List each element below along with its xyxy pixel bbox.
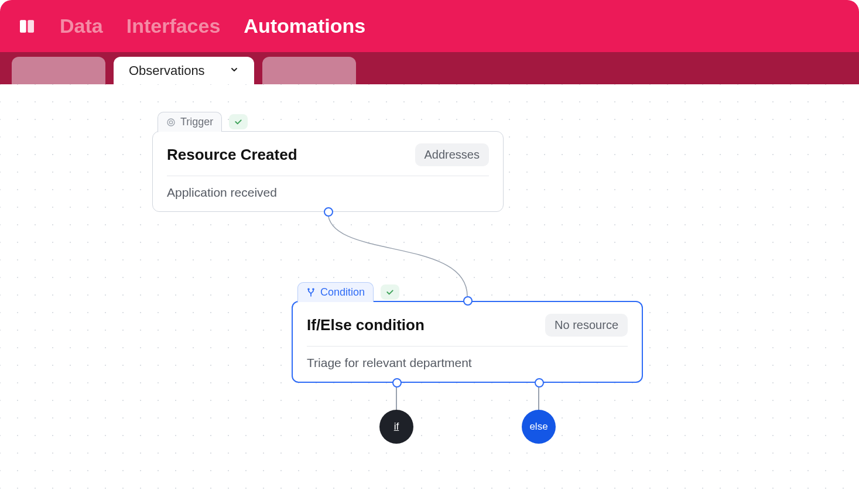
trigger-icon <box>166 118 176 127</box>
svg-point-2 <box>167 119 174 126</box>
node-trigger-tab: Trigger <box>158 112 222 132</box>
svg-point-4 <box>308 289 309 290</box>
branch-else[interactable]: else <box>522 410 556 444</box>
node-condition-tab: Condition <box>297 282 374 302</box>
svg-point-5 <box>313 289 314 290</box>
svg-rect-0 <box>20 20 26 32</box>
subtab-blank-2[interactable] <box>262 57 356 84</box>
node-condition-title: If/Else condition <box>307 316 425 334</box>
node-trigger-description: Application received <box>167 186 489 200</box>
main-header: Data Interfaces Automations <box>0 0 859 52</box>
node-condition-badge: No resource <box>545 314 628 337</box>
svg-point-3 <box>169 121 172 124</box>
node-trigger-tab-label: Trigger <box>180 116 213 128</box>
svg-rect-1 <box>28 20 34 32</box>
port-trigger-out[interactable] <box>324 207 333 217</box>
subtab-label: Observations <box>129 63 205 78</box>
subheader: Observations <box>0 52 859 84</box>
node-condition-status <box>381 284 399 300</box>
node-trigger[interactable]: Trigger Resource Created Addresses Appli… <box>152 131 504 212</box>
check-icon <box>234 117 243 126</box>
branch-else-label: else <box>529 421 547 433</box>
port-condition-out-if[interactable] <box>392 378 402 388</box>
nav-automations[interactable]: Automations <box>244 15 365 37</box>
port-condition-in[interactable] <box>463 296 473 306</box>
port-condition-out-else[interactable] <box>535 378 544 388</box>
subtab-blank-1[interactable] <box>12 57 105 84</box>
nav-data[interactable]: Data <box>60 15 103 37</box>
chevron-down-icon <box>230 65 239 77</box>
node-condition-tab-label: Condition <box>320 286 365 299</box>
node-condition-description: Triage for relevant department <box>307 356 628 370</box>
node-trigger-badge: Addresses <box>415 143 490 166</box>
branch-if[interactable]: if <box>379 410 413 444</box>
branch-if-label: if <box>394 421 399 433</box>
node-trigger-status <box>229 114 248 129</box>
subtab-observations[interactable]: Observations <box>114 57 254 84</box>
branch-icon <box>306 288 316 297</box>
nav-interfaces[interactable]: Interfaces <box>126 15 221 37</box>
check-icon <box>385 287 395 297</box>
node-trigger-title: Resource Created <box>167 146 297 164</box>
app-icon[interactable] <box>18 17 36 36</box>
automation-canvas[interactable]: Trigger Resource Created Addresses Appli… <box>0 84 859 504</box>
node-condition[interactable]: Condition If/Else condition No resource … <box>292 301 643 383</box>
